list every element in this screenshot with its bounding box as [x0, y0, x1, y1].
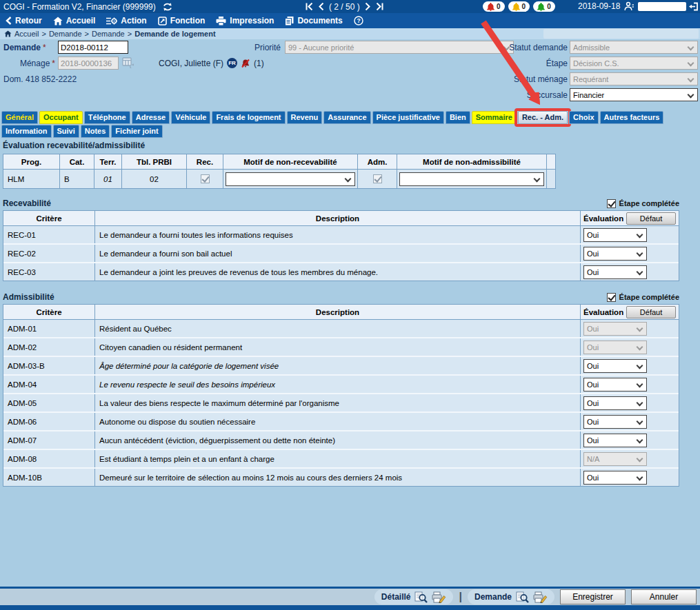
tab[interactable]: Fichier joint [111, 125, 162, 138]
nav-action[interactable]: Action [106, 16, 146, 26]
preview-demande-icon[interactable] [516, 591, 529, 603]
save-button[interactable]: Enregistrer [560, 589, 626, 604]
prev-page-icon[interactable] [318, 3, 324, 10]
tab[interactable]: Rec. - Adm. [518, 111, 568, 124]
menage-lookup-icon[interactable] [122, 57, 134, 68]
breadcrumb: Accueil > Demande > Demande > Demande de… [0, 28, 700, 39]
evaluation-select[interactable]: Oui [583, 359, 647, 373]
alert-bell-badge[interactable]: 0 [533, 1, 555, 12]
current-date: 2018-09-18 [578, 1, 620, 11]
demande-input[interactable]: D2018-00112 [58, 41, 128, 54]
nav-impression-label: Impression [230, 16, 274, 26]
breadcrumb-separator: > [128, 30, 132, 38]
nav-help[interactable]: ? [354, 16, 363, 26]
alert-bell-badge[interactable]: 0 [508, 1, 530, 12]
evaluation-select[interactable]: Oui [583, 247, 647, 261]
tab[interactable]: Téléphone [84, 111, 130, 124]
bell-icon [487, 3, 494, 11]
etape-completee-label: Étape complétée [619, 293, 679, 301]
svg-text:?: ? [357, 17, 360, 24]
evaluation-select[interactable]: Oui [583, 265, 647, 279]
defaut-button[interactable]: Défaut [626, 212, 676, 225]
alert-bell-badge[interactable]: 0 [483, 1, 505, 12]
motif-non-recevabilite-select[interactable] [226, 172, 355, 186]
tab-label: Sommaire [476, 113, 512, 121]
breadcrumb-item[interactable]: Demande [49, 30, 82, 38]
evaluation-select[interactable]: Oui [583, 340, 647, 354]
etape-select[interactable]: Décision C.S. [570, 57, 698, 70]
cancel-button[interactable]: Annuler [631, 589, 697, 604]
first-page-icon[interactable] [306, 3, 313, 10]
evaluation-select[interactable]: Oui [583, 471, 647, 485]
criteria-code: ADM-01 [3, 320, 95, 337]
preview-detaille-icon[interactable] [414, 591, 428, 603]
logout-icon[interactable] [688, 2, 698, 11]
nav-documents[interactable]: Documents [285, 16, 342, 26]
tab[interactable]: Général [1, 111, 38, 124]
evaluation-select[interactable]: Oui [583, 378, 647, 392]
tab-label: Frais de logement [216, 113, 281, 121]
tab[interactable]: Véhicule [171, 111, 210, 124]
tab[interactable]: Adresse [132, 111, 170, 124]
tab[interactable]: Information [1, 125, 52, 138]
evaluation-select[interactable]: Oui [583, 228, 647, 242]
user-icon[interactable] [624, 1, 634, 11]
rec-checkbox[interactable] [201, 174, 210, 183]
etape-completee-checkbox[interactable] [607, 199, 616, 208]
evaluation-select[interactable]: Oui [583, 415, 647, 429]
breadcrumb-item[interactable]: Accueil [14, 30, 39, 38]
nav-fonction[interactable]: Fonction [158, 16, 206, 26]
evaluation-select[interactable]: Oui [583, 396, 647, 410]
breadcrumb-item[interactable]: Demande [92, 30, 125, 38]
nav-impression[interactable]: Impression [216, 16, 274, 26]
col-header-description: Description [95, 305, 581, 319]
phone-text: Dom. 418 852-2222 [3, 72, 77, 85]
tab-label: Information [6, 127, 48, 135]
tab[interactable]: Bien [446, 111, 470, 124]
tab[interactable]: Choix [569, 111, 599, 124]
tab[interactable]: Frais de logement [212, 111, 285, 124]
defaut-button[interactable]: Défaut [626, 306, 676, 318]
tab-content-rec-adm: Évaluation recevabilité/admissibilité Pr… [0, 137, 700, 587]
tab-row-1: Général Occupant Téléphone Adresse Véhic… [1, 111, 663, 124]
criteria-code: ADM-02 [3, 338, 95, 356]
admissibilite-etape-completee: Étape complétée [607, 293, 679, 302]
tab[interactable]: Assurance [323, 111, 370, 124]
nav-retour[interactable]: Retour [6, 16, 42, 26]
tab[interactable]: Notes [81, 125, 110, 138]
refresh-icon[interactable] [163, 3, 172, 11]
title-bar: COGI - Formation V2, Financier (999999) … [0, 0, 700, 13]
page-indicator: ( 2 / 50 ) [329, 2, 360, 12]
evaluation-row: HLM B 01 02 [3, 170, 555, 188]
criteria-description: Le demandeur a fourni toutes les informa… [95, 226, 581, 243]
statut-demande-select[interactable]: Admissible [570, 41, 698, 54]
evaluation-select[interactable]: N/A [583, 452, 647, 466]
evaluation-select[interactable]: Oui [583, 434, 647, 447]
motif-non-admissibilite-select[interactable] [399, 172, 544, 186]
nav-documents-label: Documents [297, 16, 342, 26]
print-detaille-icon[interactable] [432, 591, 446, 603]
priorite-select[interactable]: 99 - Aucune priorité [285, 41, 514, 54]
statut-menage-select[interactable]: Requérant [570, 72, 698, 85]
chevron-down-icon [637, 362, 643, 369]
last-page-icon[interactable] [376, 3, 383, 10]
adm-checkbox[interactable] [373, 174, 382, 183]
nav-action-label: Action [121, 16, 146, 26]
print-demande-icon[interactable] [533, 591, 548, 603]
tab[interactable]: Pièce justificative [372, 111, 444, 124]
evaluation-select[interactable]: Oui [583, 322, 647, 336]
succursale-select[interactable]: Financier [570, 88, 698, 101]
criteria-description: Est étudiant à temps plein et a un enfan… [95, 450, 581, 467]
criteria-row: ADM-06 Autonome ou dispose du soutien né… [3, 413, 679, 431]
etape-completee-checkbox[interactable] [607, 293, 616, 302]
tab[interactable]: Occupant [39, 111, 83, 124]
next-page-icon[interactable] [365, 3, 371, 10]
breadcrumb-separator: > [41, 30, 46, 38]
nav-accueil[interactable]: Accueil [53, 16, 96, 26]
tab[interactable]: Suivi [53, 125, 79, 138]
tab[interactable]: Revenu [287, 111, 323, 124]
evaluation-value: Oui [587, 418, 599, 426]
tab[interactable]: Autres facteurs [600, 111, 664, 124]
tab[interactable]: Sommaire [472, 111, 517, 124]
menage-input[interactable]: 2018-0000136 [58, 57, 119, 70]
